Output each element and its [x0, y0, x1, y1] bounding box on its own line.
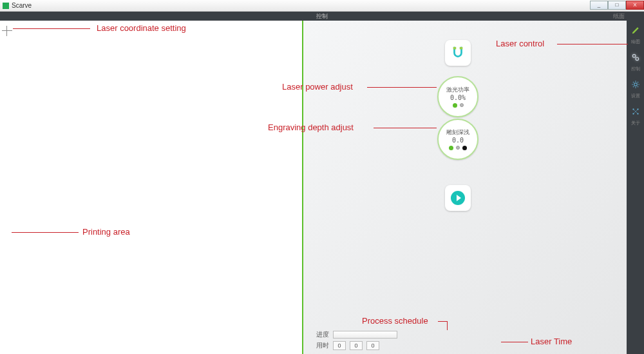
svg-rect-0 [453, 47, 457, 50]
window-title: Scarve [12, 2, 32, 9]
svg-point-5 [636, 57, 639, 61]
svg-point-6 [634, 83, 637, 86]
window-close-button[interactable]: X [626, 1, 644, 10]
sidebar-draw-icon[interactable] [630, 25, 641, 36]
laser-power-dial[interactable]: 激光功率 0.0% [437, 76, 478, 117]
dot-black-icon [462, 146, 467, 150]
dot-green-icon [449, 146, 453, 150]
printing-area-pane[interactable] [0, 21, 302, 354]
svg-point-4 [632, 54, 636, 57]
engraving-depth-value: 0.0 [452, 137, 464, 144]
header-center-label: 控制 [316, 12, 328, 21]
app-icon [3, 3, 9, 9]
progress-bar[interactable] [333, 331, 397, 339]
progress-label: 进度 [310, 330, 329, 339]
coordinate-origin-icon[interactable] [2, 26, 12, 36]
dot-green-icon [453, 103, 457, 108]
time-label: 用时 [310, 341, 329, 350]
app-header-bar: 控制 纸面 [0, 12, 644, 21]
window-titlebar: Scarve _ □ X [0, 0, 644, 12]
dot-grey-icon [460, 103, 464, 107]
dot-grey-icon [456, 146, 460, 150]
laser-power-indicator-dots [453, 103, 464, 108]
engraving-depth-label: 雕刻深浅 [446, 128, 469, 137]
window-minimize-button[interactable]: _ [590, 1, 608, 10]
control-pane: 激光功率 0.0% 雕刻深浅 0.0 进度 [303, 21, 627, 354]
magnet-icon [451, 46, 465, 60]
time-seconds-box: 0 [366, 341, 379, 350]
time-hours-box: 0 [333, 341, 346, 350]
status-bar: 进度 用时 0 0 0 [303, 328, 627, 354]
header-right-label: 纸面 [613, 12, 625, 21]
start-engrave-button[interactable] [445, 185, 471, 211]
right-sidebar: 绘图 控制 设置 关于 [627, 21, 644, 354]
svg-rect-1 [460, 47, 463, 50]
play-icon [450, 190, 466, 206]
sidebar-settings-icon[interactable] [630, 79, 641, 90]
engraving-depth-indicator-dots [449, 146, 467, 150]
sidebar-about-label: 关于 [631, 120, 640, 126]
laser-head-icon[interactable] [445, 40, 471, 66]
window-buttons: _ □ X [590, 0, 644, 10]
laser-power-value: 0.0% [450, 94, 466, 101]
sidebar-about-icon[interactable] [630, 106, 641, 117]
laser-power-label: 激光功率 [446, 86, 469, 94]
sidebar-control-icon[interactable] [630, 52, 641, 63]
sidebar-control-label: 控制 [631, 66, 640, 72]
sidebar-settings-label: 设置 [631, 93, 640, 99]
engraving-depth-dial[interactable]: 雕刻深浅 0.0 [437, 119, 478, 160]
window-maximize-button[interactable]: □ [608, 1, 626, 10]
time-minutes-box: 0 [350, 341, 363, 350]
sidebar-draw-label: 绘图 [631, 39, 640, 45]
